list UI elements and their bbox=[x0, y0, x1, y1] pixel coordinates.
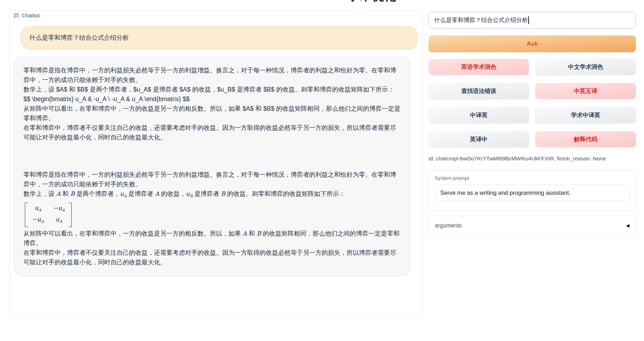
math-variable: uA bbox=[55, 216, 62, 223]
chat-bubble-icon bbox=[13, 13, 19, 18]
bot-raw-latex-formula: $$ \begin{bmatrix} u_A & -u_A \ -u_A & u… bbox=[23, 94, 401, 104]
accordion-label: arguments bbox=[435, 222, 462, 229]
function-button[interactable]: 英语学术润色 bbox=[429, 59, 529, 75]
text-cursor bbox=[528, 16, 529, 24]
bot-message-bubble: 零和博弈是指在博弈中，一方的利益损失必然等于另一方的利益增益。换言之，对于每一种… bbox=[14, 57, 411, 276]
function-button[interactable]: 英译中 bbox=[429, 131, 529, 147]
user-message-text: 什么是零和博弈？结合公式介绍分析 bbox=[29, 33, 409, 43]
question-input-value: 什么是零和博弈？结合公式介绍分析 bbox=[434, 16, 528, 24]
system-prompt-label: System prompt bbox=[435, 175, 630, 181]
bot-paragraph: 在零和博弈中，博弈者不仅要关注自己的收益，还需要考虑对手的收益。因为一方取得的收… bbox=[23, 248, 401, 267]
system-prompt-input[interactable]: Serve me as a writing and programming as… bbox=[435, 185, 630, 201]
math-variable: A bbox=[242, 230, 247, 237]
system-prompt-panel: System prompt Serve me as a writing and … bbox=[429, 170, 636, 211]
math-variable: uA bbox=[34, 204, 41, 211]
app-window: ChatGPT 学术优化 Chatbot 什么是零和博弈？结合公式介绍分析 零和… bbox=[0, 0, 644, 341]
function-button[interactable]: 查找语法错误 bbox=[429, 83, 529, 99]
matrix-left-bracket bbox=[25, 203, 28, 227]
math-variable: A bbox=[56, 190, 60, 197]
bot-paragraph-with-math: 从矩阵中可以看出，在零和博弈中，一方的收益是另一方的相反数。所以，如果 A 和 … bbox=[23, 229, 401, 248]
ask-button[interactable]: Ask bbox=[429, 35, 636, 52]
page-title: ChatGPT 学术优化 bbox=[291, 0, 398, 3]
bot-paragraph: 数学上，设 $A$ 和 $B$ 是两个博弈者，$u_A$ 是博弈者 $A$ 的收… bbox=[23, 85, 401, 94]
matrix-right-bracket bbox=[69, 203, 72, 227]
math-variable: B bbox=[221, 190, 225, 197]
function-button[interactable]: 中英互译 bbox=[535, 83, 636, 99]
bot-paragraph: 零和博弈是指在博弈中，一方的利益损失必然等于另一方的利益增益。换言之，对于每一种… bbox=[23, 170, 401, 189]
bot-rendered-math-block: 零和博弈是指在博弈中，一方的利益损失必然等于另一方的利益增益。换言之，对于每一种… bbox=[23, 170, 401, 267]
math-variable: A bbox=[155, 190, 159, 197]
matrix-cells: uA−uA−uAuA bbox=[28, 203, 69, 227]
bot-paragraph: 从矩阵中可以看出，在零和博弈中，一方的收益是另一方的相反数。所以，如果 $A$ … bbox=[23, 104, 401, 123]
math-variable: −uA bbox=[32, 216, 44, 223]
chatbot-panel: Chatbot 什么是零和博弈？结合公式介绍分析 零和博弈是指在博弈中，一方的利… bbox=[10, 11, 423, 314]
payoff-matrix: uA−uA−uAuA bbox=[25, 203, 72, 227]
function-button[interactable]: 解释代码 bbox=[535, 131, 636, 147]
math-variable: B bbox=[70, 190, 75, 197]
function-button[interactable]: 学术中译英 bbox=[535, 107, 636, 123]
user-message-bubble: 什么是零和博弈？结合公式介绍分析 bbox=[21, 26, 417, 49]
math-variable: uA bbox=[120, 190, 127, 197]
completion-status-text: id: chatcmpl-6wOo7KrYTwMl89lbrMWRu4UkFFX… bbox=[429, 155, 636, 162]
clipped-page-title: ChatGPT 学术优化 bbox=[291, 0, 398, 3]
bot-paragraph-with-math: 数学上，设 A 和 B 是两个博弈者，uA 是博弈者 A 的收益，uB 是博弈者… bbox=[23, 189, 401, 201]
bot-raw-latex-block: 零和博弈是指在博弈中，一方的利益损失必然等于另一方的利益增益。换言之，对于每一种… bbox=[23, 66, 401, 142]
matrix-cell: −uA bbox=[32, 215, 44, 226]
bot-paragraph: 零和博弈是指在博弈中，一方的利益损失必然等于另一方的利益增益。换言之，对于每一种… bbox=[23, 66, 401, 85]
matrix-cell: −uA bbox=[53, 204, 65, 215]
math-variable: −uA bbox=[53, 204, 65, 211]
chatbot-label: Chatbot bbox=[22, 13, 40, 18]
matrix-cell: uA bbox=[32, 204, 44, 215]
math-variable: B bbox=[257, 230, 261, 237]
math-variable: uB bbox=[186, 190, 193, 197]
function-button[interactable]: 中译英 bbox=[429, 107, 529, 123]
arguments-accordion-header[interactable]: arguments ◀ bbox=[429, 216, 636, 235]
matrix-cell: uA bbox=[53, 215, 65, 226]
function-button[interactable]: 中文学术润色 bbox=[535, 59, 636, 75]
accordion-collapsed-icon: ◀ bbox=[626, 223, 629, 228]
chatbot-label-tab: Chatbot bbox=[10, 11, 45, 21]
bot-paragraph: 在零和博弈中，博弈者不仅要关注自己的收益，还需要考虑对手的收益。因为一方取得的收… bbox=[23, 123, 401, 142]
function-button-grid: 英语学术润色中文学术润色查找语法错误中英互译中译英学术中译英英译中解释代码 bbox=[429, 59, 636, 147]
question-input[interactable]: 什么是零和博弈？结合公式介绍分析 bbox=[429, 12, 636, 28]
